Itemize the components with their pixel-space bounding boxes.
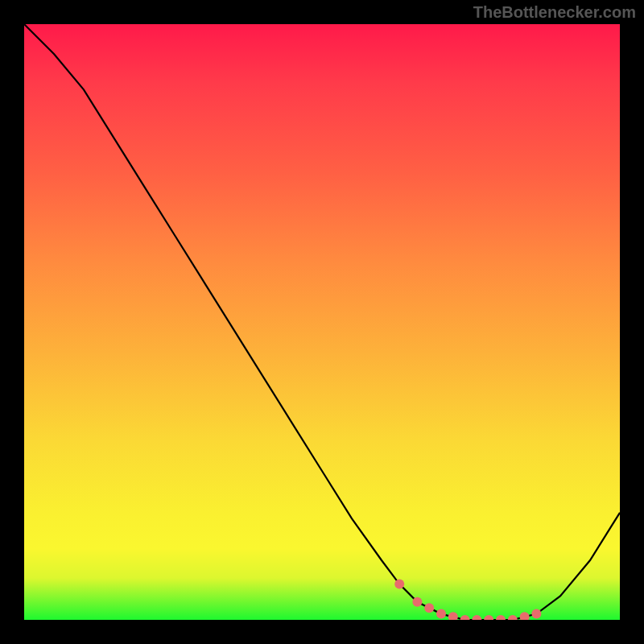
chart-svg [24, 24, 620, 620]
highlight-dot [448, 612, 458, 620]
chart-main-curve [24, 24, 620, 620]
watermark-text: TheBottlenecker.com [473, 3, 636, 22]
highlight-dot [496, 615, 506, 620]
highlight-dot [531, 609, 541, 619]
highlight-dot [460, 615, 470, 620]
highlight-dot [484, 615, 493, 620]
highlight-dot [508, 615, 518, 620]
highlight-dot [436, 609, 446, 619]
highlight-dot [520, 612, 530, 620]
chart-plot-area [24, 24, 620, 620]
highlight-dot [424, 603, 434, 613]
highlight-dot [472, 615, 481, 620]
highlight-dot [394, 580, 404, 589]
highlight-dot [412, 597, 422, 607]
chart-highlight-dots [394, 580, 541, 620]
